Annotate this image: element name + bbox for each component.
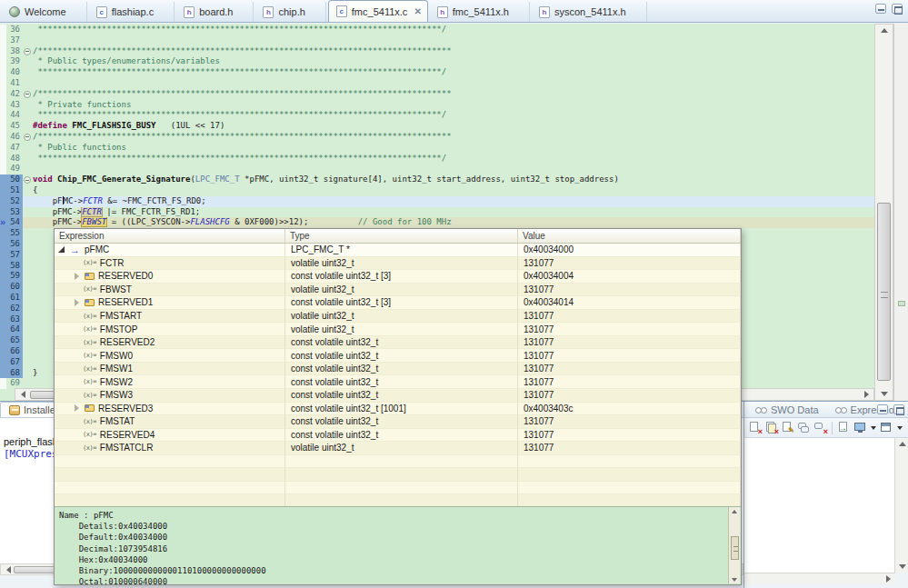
annotation-ruler-cell[interactable] <box>0 35 6 46</box>
annotation-ruler-cell[interactable] <box>0 346 6 357</box>
empty-row[interactable] <box>55 468 741 482</box>
empty-row[interactable] <box>55 482 741 495</box>
edit-expression-icon[interactable]: ✎ <box>781 421 794 434</box>
editor-tab-board.h[interactable]: hboard.h <box>176 2 254 22</box>
annotation-ruler-cell[interactable] <box>0 314 6 325</box>
annotation-ruler-cell[interactable] <box>0 304 6 314</box>
expression-row[interactable]: (x)=FMSW2const volatile uint32_t131077 <box>55 375 741 389</box>
line-number[interactable]: 46 <box>6 132 23 143</box>
line-number[interactable]: 63 <box>6 314 23 325</box>
code-text[interactable]: ****************************************… <box>33 67 874 78</box>
annotation-ruler-cell[interactable] <box>0 154 6 164</box>
line-number[interactable]: 41 <box>6 78 23 89</box>
annotation-ruler-cell[interactable] <box>0 89 6 100</box>
minimize-icon[interactable] <box>877 404 888 414</box>
scrollbar-thumb[interactable] <box>877 203 891 381</box>
line-number[interactable]: 40 <box>6 67 23 78</box>
overview-ruler[interactable] <box>893 24 908 401</box>
editor-tab-syscon_5411x.h[interactable]: hsyscon_5411x.h <box>532 2 647 22</box>
scroll-up-icon[interactable] <box>729 507 740 515</box>
disable-expression-icon[interactable]: × <box>813 421 827 434</box>
annotation-ruler-cell[interactable] <box>0 239 6 250</box>
minimize-icon[interactable] <box>875 4 886 14</box>
remove-all-expressions-icon[interactable]: × <box>764 421 778 434</box>
editor-tab-fmc_5411x.h[interactable]: hfmc_5411x.h <box>430 2 530 22</box>
line-number[interactable]: 48 <box>6 154 23 164</box>
expression-row[interactable]: RESERVED0const volatile uint32_t [3]0x40… <box>55 270 741 284</box>
line-number[interactable]: 42 <box>6 89 23 100</box>
scroll-left-icon[interactable] <box>17 390 28 399</box>
expression-row[interactable]: (x)=FMSTARTvolatile uint32_t131077 <box>55 310 741 324</box>
line-number[interactable]: 66 <box>6 346 23 357</box>
code-text[interactable]: * Private functions <box>33 100 874 111</box>
editor-vertical-scrollbar[interactable] <box>874 24 893 401</box>
expand-toggle-icon[interactable] <box>75 273 79 280</box>
line-number[interactable]: 53 <box>6 207 23 218</box>
expression-row[interactable]: RESERVED3const volatile uint32_t [1001]0… <box>55 403 741 416</box>
line-number[interactable]: 36 <box>6 25 23 35</box>
editor-tab-flashiap.c[interactable]: cflashiap.c <box>89 2 175 22</box>
annotation-ruler-cell[interactable] <box>0 261 6 272</box>
annotation-ruler-cell[interactable] <box>0 357 6 368</box>
line-number[interactable]: 38 <box>6 46 23 57</box>
expression-row[interactable]: (x)=FMSW3const volatile uint32_t131077 <box>55 389 741 403</box>
annotation-ruler-cell[interactable] <box>0 196 6 207</box>
scroll-down-icon[interactable] <box>895 561 908 573</box>
annotation-ruler-cell[interactable] <box>0 46 6 57</box>
line-number[interactable]: 52 <box>6 196 23 207</box>
add-expression-icon[interactable]: → <box>837 421 851 434</box>
scroll-down-icon[interactable] <box>729 575 740 583</box>
line-number[interactable]: 62 <box>6 304 23 314</box>
editor-tab-fmc_5411x.c[interactable]: cfmc_5411x.c✕ <box>328 0 428 22</box>
maximize-icon[interactable] <box>893 404 904 414</box>
code-text[interactable]: * Public types/enumerations/variables <box>33 56 874 67</box>
line-number[interactable]: 37 <box>6 35 23 46</box>
annotation-ruler-cell[interactable] <box>0 282 6 293</box>
code-text[interactable] <box>33 78 874 89</box>
expression-row[interactable]: (x)=FMSTATconst volatile uint32_t131077 <box>55 415 741 429</box>
code-text[interactable]: /***************************************… <box>33 46 874 57</box>
annotation-ruler-cell[interactable] <box>0 56 6 67</box>
overview-marker[interactable] <box>898 301 905 306</box>
annotation-ruler-cell[interactable] <box>0 185 6 196</box>
expression-row[interactable]: (x)=FMSW0const volatile uint32_t131077 <box>55 349 741 363</box>
code-text[interactable]: ****************************************… <box>33 110 874 121</box>
expression-row[interactable]: (x)=FMSTOPvolatile uint32_t131077 <box>55 323 741 336</box>
annotation-ruler-cell[interactable] <box>0 164 6 174</box>
annotation-ruler-cell[interactable] <box>0 78 6 89</box>
expand-toggle-icon[interactable] <box>75 404 79 412</box>
code-text[interactable]: pFMC->FBWST = ((LPC_SYSCON->FLASHCFG & 0… <box>33 217 874 228</box>
annotation-ruler-cell[interactable] <box>0 100 6 111</box>
scroll-right-icon[interactable] <box>861 390 872 399</box>
remove-expression-icon[interactable]: × <box>748 421 762 434</box>
line-number[interactable]: 51 <box>6 185 23 196</box>
code-text[interactable]: * Public functions <box>33 143 874 154</box>
line-number[interactable]: 60 <box>6 282 23 293</box>
line-number[interactable]: 67 <box>6 357 23 368</box>
code-text[interactable]: void Chip_FMC_Generate_Signature(LPC_FMC… <box>33 174 874 185</box>
dropdown-arrow-icon[interactable] <box>871 426 876 430</box>
scroll-up-icon[interactable] <box>875 25 893 36</box>
line-number[interactable]: 44 <box>6 110 23 121</box>
expression-row[interactable]: →pFMCLPC_FMC_T *0x40034000 <box>55 244 741 257</box>
expressions-horizontal-scrollbar[interactable] <box>744 573 895 584</box>
annotation-ruler-cell[interactable] <box>0 174 6 185</box>
annotation-ruler-cell[interactable] <box>0 368 6 379</box>
annotation-ruler-cell[interactable] <box>0 293 6 304</box>
code-text[interactable]: ****************************************… <box>33 154 874 164</box>
annotation-ruler-cell[interactable] <box>0 132 6 143</box>
line-number[interactable]: 56 <box>6 239 23 250</box>
line-number[interactable]: 59 <box>6 271 23 282</box>
code-text[interactable]: /***************************************… <box>33 89 874 100</box>
expression-row[interactable]: (x)=FCTRvolatile uint32_t131077 <box>55 257 741 271</box>
code-text[interactable] <box>33 164 874 174</box>
line-number[interactable]: 57 <box>6 250 23 261</box>
expression-row[interactable]: (x)=RESERVED2const volatile uint32_t1310… <box>55 336 741 350</box>
annotation-ruler-cell[interactable] <box>0 25 6 35</box>
line-number[interactable]: 65 <box>6 335 23 346</box>
line-number[interactable]: 49 <box>6 164 23 174</box>
scroll-left-icon[interactable] <box>3 565 14 574</box>
expression-row[interactable]: (x)=RESERVED4const volatile uint32_t1310… <box>55 429 741 443</box>
tab-swo-data[interactable]: SWO Data <box>747 402 827 417</box>
scrollbar-thumb[interactable] <box>731 536 739 560</box>
